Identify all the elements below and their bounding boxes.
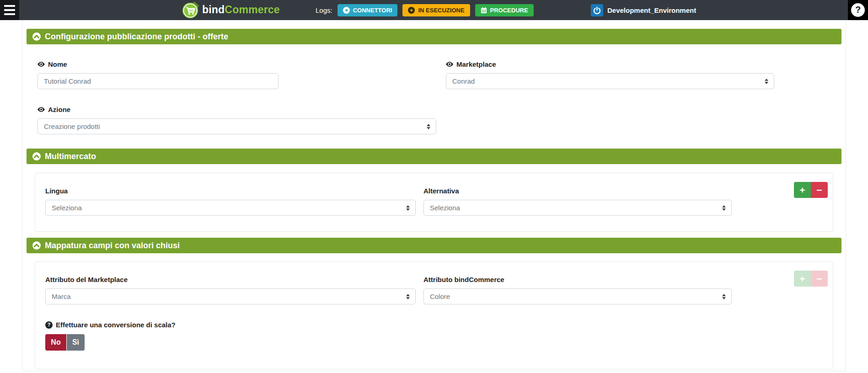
logs-in-esecuzione-button[interactable]: IN ESECUZIONE: [402, 4, 470, 16]
attributo-marketplace-label: Attributo del Marketplace: [45, 276, 423, 283]
section-title: Multimercato: [45, 152, 96, 161]
row-controls-disabled: + −: [794, 271, 828, 287]
arrow-right-circle-icon: [408, 7, 415, 14]
question-circle-icon: ?: [45, 321, 53, 329]
chevron-up-circle-icon: [32, 241, 41, 250]
marketplace-label: Marketplace: [446, 60, 830, 68]
logs-label: Logs:: [316, 6, 332, 14]
add-row-button-disabled: +: [794, 271, 811, 287]
attributo-bindcommerce-label: Attributo bindCommerce: [423, 276, 823, 283]
alternativa-label: Alternativa: [423, 187, 823, 195]
conversione-toggle: No Sì: [45, 334, 823, 351]
environment-selector[interactable]: Development_Environment: [591, 0, 696, 20]
nome-input[interactable]: [38, 73, 279, 89]
help-button[interactable]: ?: [848, 0, 868, 20]
lingua-select[interactable]: Seleziona: [45, 200, 416, 216]
bindcommerce-logo[interactable]: bindCommerce: [181, 0, 280, 19]
cart-logo-icon: [181, 0, 200, 19]
section-title: Mappatura campi con valori chiusi: [45, 241, 180, 250]
row-controls: + −: [794, 182, 828, 198]
logs-connettori-button[interactable]: CONNETTORI: [338, 4, 398, 16]
multimercato-panel: + − Lingua Seleziona Alternativa: [35, 173, 833, 232]
azione-label: Azione: [38, 106, 830, 113]
lingua-label: Lingua: [45, 187, 423, 195]
mappatura-panel: + − Attributo del Marketplace Marca Attr…: [35, 261, 833, 369]
logs-toolbar: Logs: CONNETTORI IN ESECUZIONE: [316, 0, 534, 20]
question-mark-icon: ?: [851, 3, 865, 17]
add-row-button[interactable]: +: [794, 182, 811, 198]
hamburger-menu-icon[interactable]: [0, 0, 19, 20]
logs-procedure-button[interactable]: PROCEDURE: [475, 4, 534, 16]
chevron-up-circle-icon: [32, 32, 41, 41]
azione-select[interactable]: Creazione prodotti: [38, 118, 436, 134]
attributo-marketplace-select[interactable]: Marca: [45, 288, 416, 304]
eye-icon: [38, 62, 45, 67]
remove-row-button-disabled: −: [811, 271, 828, 287]
main-content: Configurazione pubblicazione prodotti - …: [22, 20, 846, 371]
remove-row-button[interactable]: −: [811, 182, 828, 198]
alternativa-select[interactable]: Seleziona: [423, 200, 732, 216]
environment-label: Development_Environment: [607, 6, 696, 14]
marketplace-select[interactable]: Conrad: [446, 73, 774, 89]
calendar-icon: [481, 7, 487, 14]
chevron-up-circle-icon: [32, 152, 41, 160]
power-icon: [591, 4, 603, 16]
logo-text: bindCommerce: [202, 4, 280, 16]
section-header-mappatura[interactable]: Mappatura campi con valori chiusi: [27, 238, 841, 253]
eye-icon: [38, 107, 45, 112]
topbar: bindCommerce Logs: CONNETTORI IN ESECUZI…: [0, 0, 868, 20]
eye-icon: [446, 62, 453, 67]
conversione-no-button[interactable]: No: [45, 334, 66, 351]
nome-label: Nome: [38, 60, 446, 68]
arrow-right-circle-icon: [343, 7, 350, 14]
section-header-configurazione[interactable]: Configurazione pubblicazione prodotti - …: [27, 29, 841, 44]
section-header-multimercato[interactable]: Multimercato: [27, 149, 841, 164]
conversione-scala-label: ? Effettuare una conversione di scala?: [45, 321, 823, 329]
attributo-bindcommerce-select[interactable]: Colore: [423, 288, 732, 304]
section-title: Configurazione pubblicazione prodotti - …: [45, 32, 228, 42]
conversione-si-button[interactable]: Sì: [67, 334, 85, 351]
